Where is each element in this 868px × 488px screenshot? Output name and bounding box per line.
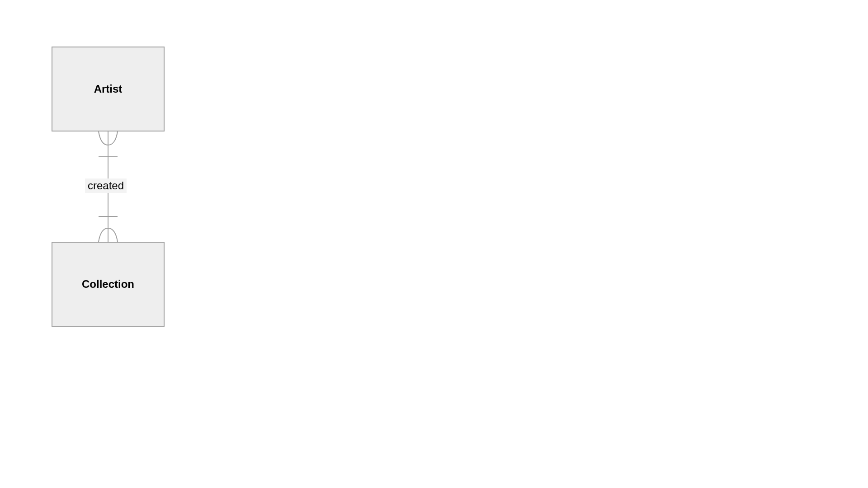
entity-collection-title: Collection [82,278,134,291]
entity-artist-title: Artist [94,83,123,95]
entity-artist: Artist [52,47,165,131]
relationship-label-created: created [85,178,127,193]
entity-collection: Collection [52,242,165,327]
er-diagram-canvas: Artist Collection created [0,0,868,488]
